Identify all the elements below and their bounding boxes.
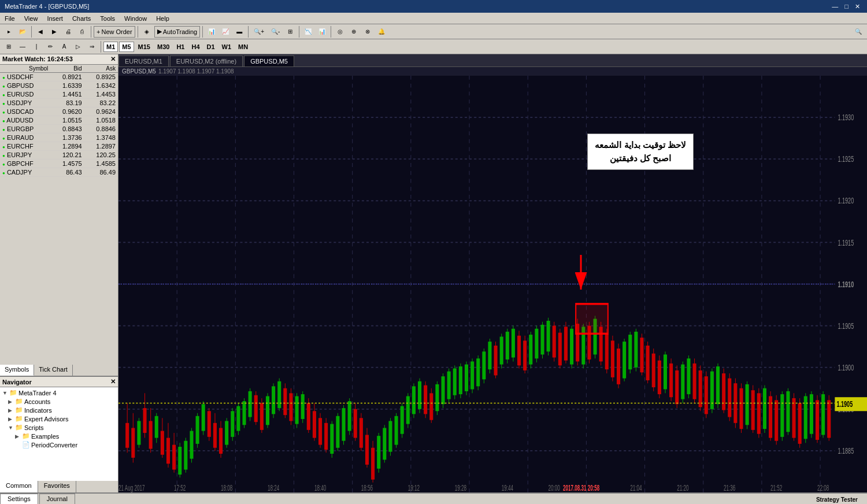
svg-text:18:40: 18:40 [314,483,326,492]
tree-indicators[interactable]: ▶ 📁 Indicators [1,406,117,414]
menu-file[interactable]: File [0,14,20,23]
close-btn[interactable]: ✕ [853,3,862,10]
menu-help[interactable]: Help [151,14,174,23]
table-row[interactable]: ● USDCAD 0.9620 0.9624 [0,108,118,116]
svg-text:2017.08.31 20:58: 2017.08.31 20:58 [563,483,599,492]
table-row[interactable]: ● EURGBP 0.8843 0.8846 [0,125,118,134]
mw-close-icon[interactable]: ✕ [110,55,116,63]
chart-tab-eurusd-m2[interactable]: EURUSD,M2 (offline) [170,55,243,66]
maximize-btn[interactable]: □ [842,3,851,10]
menu-window[interactable]: Window [120,14,151,23]
zoom-in-btn[interactable]: 🔍+ [251,25,267,38]
svg-rect-90 [318,418,322,444]
draw1[interactable]: ✏ [44,40,57,53]
open-btn[interactable]: 📂 [16,25,29,38]
misc4[interactable]: 🔔 [375,25,388,38]
mw-ask-cell: 1.4585 [84,160,118,168]
svg-rect-96 [336,416,339,448]
svg-rect-210 [669,364,673,397]
tf-d1[interactable]: D1 [204,42,218,52]
search-btn[interactable]: 🔍 [852,25,865,38]
tf-m15[interactable]: M15 [135,42,153,52]
zoom-out-btn[interactable]: 🔍- [268,25,283,38]
table-row[interactable]: ● EURUSD 1.4451 1.4453 [0,90,118,99]
svg-rect-206 [658,361,661,394]
zoom-fit[interactable]: ⊞ [284,25,297,38]
menu-charts[interactable]: Charts [68,14,95,23]
svg-rect-112 [383,428,386,459]
nav-tab-favorites[interactable]: Favorites [38,481,76,492]
misc1[interactable]: ◎ [334,25,346,38]
draw2[interactable]: A [58,40,71,53]
undo-btn[interactable]: ◀ [34,25,47,38]
tf-m5[interactable]: M5 [119,42,134,52]
tf-h4[interactable]: H4 [188,42,202,52]
chart-btn1[interactable]: ◈ [140,25,153,38]
new-btn[interactable]: ▸ [2,25,15,38]
tree-examples[interactable]: ▶ 📁 Examples [1,432,117,440]
minimize-btn[interactable]: — [829,3,840,10]
tf-mn[interactable]: MN [235,42,251,52]
mw-symbol-cell: ● GBPUSD [0,81,50,90]
table-row[interactable]: ● EURAUD 1.3736 1.3748 [0,134,118,142]
tf-h1[interactable]: H1 [173,42,187,52]
misc2[interactable]: ⊕ [347,25,360,38]
menu-view[interactable]: View [20,14,43,23]
table-row[interactable]: ● GBPCHF 1.4575 1.4585 [0,160,118,168]
svg-rect-220 [699,370,702,407]
indicator2-btn[interactable]: 📊 [316,25,328,38]
svg-rect-264 [827,400,831,438]
nav-tab-common[interactable]: Common [0,481,38,492]
redo-btn[interactable]: ▶ [48,25,61,38]
svg-rect-132 [441,376,444,404]
table-row[interactable]: ● EURJPY 120.21 120.25 [0,151,118,160]
mw-tab-symbols[interactable]: Symbols [0,365,34,376]
tree-experts[interactable]: ▶ 📁 Expert Advisors [1,414,117,423]
tree-label-accounts: Accounts [24,398,50,405]
nav-close-icon[interactable]: ✕ [110,378,116,386]
table-row[interactable]: ● EURCHF 1.2894 1.2897 [0,142,118,151]
draw3[interactable]: ▷ [72,40,84,53]
svg-text:18:24: 18:24 [268,483,279,492]
table-row[interactable]: ● USDCHF 0.8921 0.8925 [0,73,118,81]
chart-type2[interactable]: 📈 [219,25,232,38]
svg-rect-24 [125,423,129,448]
hline-tool[interactable]: — [16,40,29,53]
tf-m1[interactable]: M1 [103,42,118,52]
mw-tab-tick[interactable]: Tick Chart [34,365,73,376]
table-row[interactable]: ● GBPUSD 1.6339 1.6342 [0,81,118,90]
print-btn[interactable]: 🖨 [62,25,75,38]
chart-type3[interactable]: ▬ [233,25,246,38]
tree-period-converter[interactable]: 📄 PeriodConverter [1,440,117,449]
bottom-tab-journal[interactable]: Journal [39,494,75,504]
chart-tab-eurusd-m1[interactable]: EURUSD,M1 [118,55,169,66]
menu-insert[interactable]: Insert [42,14,68,23]
menu-tools[interactable]: Tools [95,14,120,23]
folder-icon: 📁 [9,389,17,396]
table-row[interactable]: ● USDJPY 83.19 83.22 [0,99,118,108]
vline-tool[interactable]: | [30,40,43,53]
auto-trading-btn[interactable]: ▶ AutoTrading [154,26,201,38]
indicator-btn[interactable]: 📉 [302,25,314,38]
new-order-btn[interactable]: + New Order [94,26,135,38]
tree-label-pconverter: PeriodConverter [31,442,77,449]
table-row[interactable]: ● AUDUSD 1.0515 1.0518 [0,116,118,125]
tf-m30[interactable]: M30 [154,42,172,52]
tree-accounts[interactable]: ▶ 📁 Accounts [1,397,117,406]
svg-rect-94 [330,424,334,454]
tree-scripts[interactable]: ▼ 📁 Scripts [1,423,117,432]
chart-type1[interactable]: 📊 [205,25,218,38]
draw4[interactable]: ⇒ [86,40,98,53]
line-tool[interactable]: ⊞ [2,40,15,53]
misc3[interactable]: ⊗ [361,25,374,38]
svg-rect-70 [260,403,264,430]
chart-tab-gbpusd-m5[interactable]: GBPUSD,M5 [244,55,294,66]
print2-btn[interactable]: ⎙ [76,25,88,38]
tree-metatrader4[interactable]: ▼ 📁 MetaTrader 4 [1,388,117,397]
svg-rect-214 [681,365,684,399]
table-row[interactable]: ● CADJPY 86.43 86.49 [0,168,118,177]
bottom-tab-settings[interactable]: Settings [0,494,38,504]
expand-icon: ▶ [8,407,14,413]
tf-w1[interactable]: W1 [219,42,235,52]
svg-rect-148 [488,342,491,369]
